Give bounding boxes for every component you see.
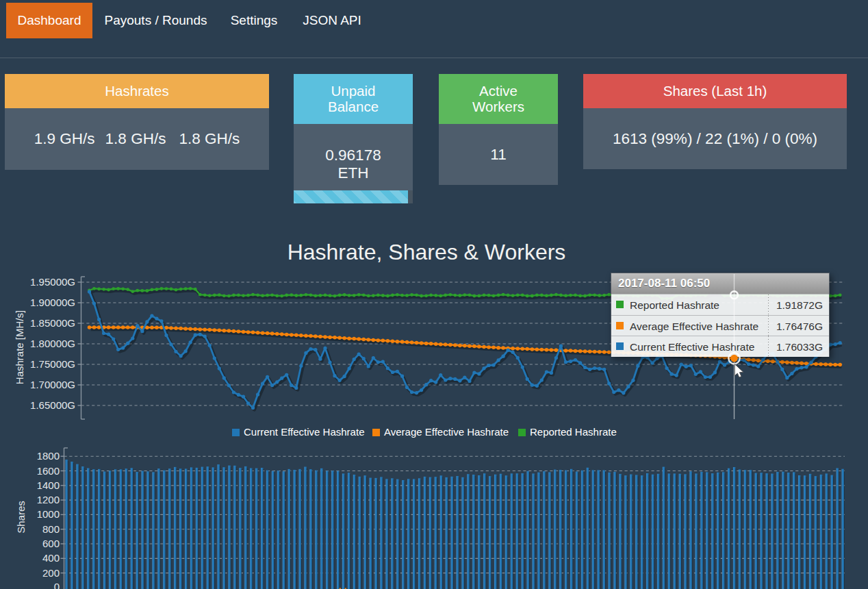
svg-text:1.85000G: 1.85000G bbox=[30, 317, 75, 329]
svg-text:1.65000G: 1.65000G bbox=[30, 399, 75, 411]
svg-text:800: 800 bbox=[42, 523, 60, 535]
svg-text:200: 200 bbox=[42, 567, 60, 579]
svg-text:1000: 1000 bbox=[37, 508, 60, 520]
svg-text:1.95000G: 1.95000G bbox=[30, 276, 75, 288]
svg-text:1600: 1600 bbox=[37, 465, 60, 477]
svg-text:1200: 1200 bbox=[37, 494, 60, 505]
svg-text:Shares: Shares bbox=[15, 501, 27, 534]
svg-text:1400: 1400 bbox=[37, 479, 60, 491]
svg-text:1.80000G: 1.80000G bbox=[30, 338, 75, 349]
svg-text:600: 600 bbox=[42, 538, 60, 549]
svg-text:1.75000G: 1.75000G bbox=[30, 358, 75, 370]
svg-text:Hashrate [MH/s]: Hashrate [MH/s] bbox=[14, 310, 25, 384]
svg-text:1.90000G: 1.90000G bbox=[30, 297, 75, 308]
svg-text:400: 400 bbox=[42, 552, 60, 564]
svg-text:1800: 1800 bbox=[37, 450, 60, 462]
svg-text:1.70000G: 1.70000G bbox=[30, 379, 75, 390]
svg-text:0: 0 bbox=[54, 581, 60, 589]
